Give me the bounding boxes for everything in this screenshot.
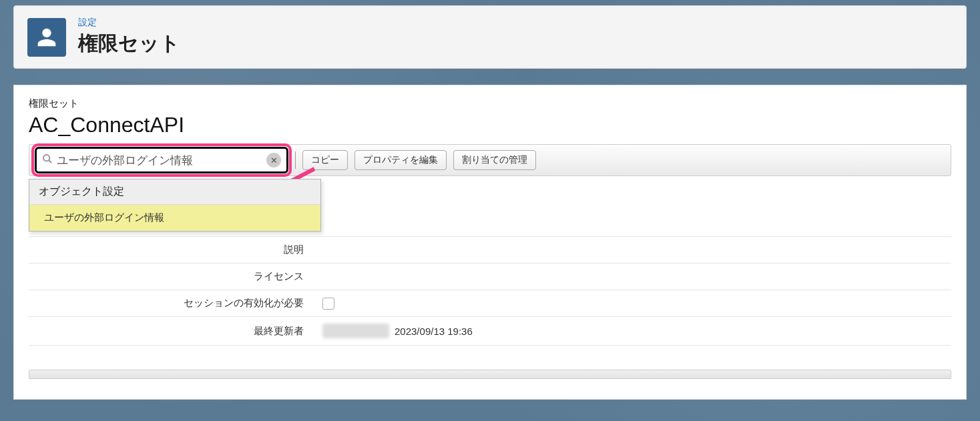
toolbar-divider: [295, 151, 296, 169]
record-name: AC_ConnectAPI: [29, 113, 951, 137]
record-type-label: 権限セット: [29, 97, 951, 110]
search-box[interactable]: ✕: [35, 147, 288, 173]
last-modified-by-user: [322, 324, 389, 338]
svg-line-1: [49, 160, 51, 163]
search-icon: [42, 153, 53, 167]
breadcrumb-setup[interactable]: 設定: [78, 17, 180, 29]
search-input[interactable]: [57, 153, 266, 167]
row-last-modified: 最終更新者 2023/09/13 19:36: [29, 316, 951, 346]
suggestion-group-header: オブジェクト設定: [29, 179, 320, 205]
clear-search-icon[interactable]: ✕: [266, 153, 281, 167]
section-footer-bar: [29, 370, 951, 379]
search-suggestions: オブジェクト設定 ユーザの外部ログイン情報: [29, 179, 321, 232]
label-last-modified: 最終更新者: [29, 325, 322, 338]
row-license: ライセンス: [29, 263, 951, 290]
copy-button[interactable]: コピー: [302, 150, 348, 170]
svg-point-0: [43, 155, 49, 161]
row-description: 説明: [29, 236, 951, 263]
row-session-activation: セッションの有効化が必要: [29, 290, 951, 316]
permission-set-icon: [27, 18, 66, 57]
label-session-activation: セッションの有効化が必要: [29, 297, 322, 310]
main-panel: 権限セット AC_ConnectAPI ✕ コピー プロパティを編集 割り当ての…: [13, 85, 967, 400]
label-description: 説明: [29, 244, 322, 256]
edit-properties-button[interactable]: プロパティを編集: [354, 150, 447, 170]
suggestion-item[interactable]: ユーザの外部ログイン情報: [29, 205, 320, 231]
detail-section: 説明 ライセンス セッションの有効化が必要 最終更新者 2023/09/13 1…: [29, 236, 951, 346]
session-activation-checkbox[interactable]: [322, 298, 334, 310]
label-license: ライセンス: [29, 270, 322, 283]
last-modified-date: 2023/09/13 19:36: [395, 326, 473, 337]
page-title: 権限セット: [78, 30, 180, 57]
page-header-card: 設定 権限セット: [13, 5, 967, 69]
toolbar: ✕ コピー プロパティを編集 割り当ての管理: [29, 144, 951, 176]
manage-assignments-button[interactable]: 割り当ての管理: [453, 150, 536, 170]
